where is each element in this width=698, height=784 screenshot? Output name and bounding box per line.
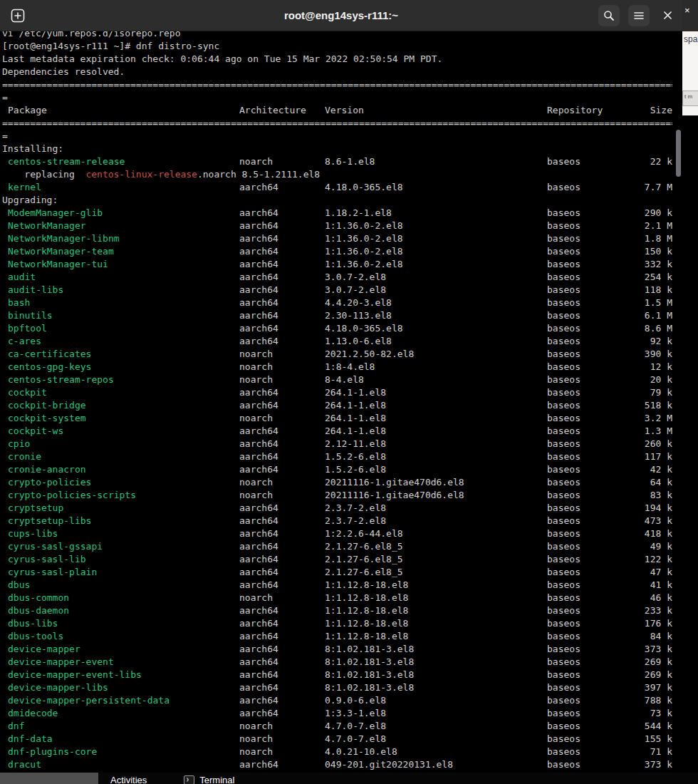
package-version: 2.1.27-6.el8_5 xyxy=(325,540,547,553)
package-name: crypto-policies xyxy=(2,476,239,489)
package-size: 122 k xyxy=(627,553,672,566)
package-name: crypto-policies-scripts xyxy=(2,489,239,502)
package-arch: aarch64 xyxy=(239,232,325,245)
package-row: dnf-plugins-corenoarch4.0.21-10.el8baseo… xyxy=(2,746,672,758)
package-arch: aarch64 xyxy=(239,681,325,694)
package-arch: aarch64 xyxy=(239,271,325,284)
package-name: cockpit-ws xyxy=(2,425,239,438)
package-version: 1:8-4.el8 xyxy=(325,361,547,373)
package-size: 155 k xyxy=(627,733,672,746)
terminal-line: Dependencies resolved. xyxy=(2,66,672,78)
package-arch: aarch64 xyxy=(239,656,325,669)
package-row: dracutaarch64049-201.git20220131.el8base… xyxy=(2,758,672,771)
package-name: device-mapper-event xyxy=(2,656,239,669)
terminal-line: PackageArchitectureVersionRepositorySize xyxy=(2,104,672,117)
package-name: ModemManager-glib xyxy=(2,207,239,220)
package-repository: baseos xyxy=(547,758,627,771)
window-list-item[interactable] xyxy=(0,773,98,784)
background-close-icon[interactable]: × xyxy=(684,5,690,16)
package-arch: noarch xyxy=(239,476,325,489)
package-name: bpftool xyxy=(2,322,239,335)
package-row: NetworkManageraarch641:1.36.0-2.el8baseo… xyxy=(2,220,672,232)
package-repository: baseos xyxy=(547,694,627,707)
new-tab-button[interactable] xyxy=(7,5,28,26)
package-row: cups-libsaarch641:2.2.6-44.el8baseos418 … xyxy=(2,527,672,540)
taskbar-terminal-button[interactable]: Terminal xyxy=(184,773,234,784)
package-version: 4.18.0-365.el8 xyxy=(325,181,547,194)
package-version: 2.1.27-6.el8_5 xyxy=(325,566,547,579)
col-header-version: Version xyxy=(325,104,547,117)
terminal-output[interactable]: vi /etc/yum.repos.d/isorepo.repo[root@en… xyxy=(0,31,682,773)
package-row: cyrus-sasl-plainaarch642.1.27-6.el8_5bas… xyxy=(2,566,672,579)
package-arch: aarch64 xyxy=(239,245,325,258)
scrollbar[interactable] xyxy=(676,130,681,177)
package-size: 176 k xyxy=(627,617,672,630)
package-repository: baseos xyxy=(547,566,627,579)
package-version: 2.3.7-2.el8 xyxy=(325,515,547,527)
package-name: cpio xyxy=(2,438,239,450)
package-repository: baseos xyxy=(547,335,627,348)
terminal-line: ========================================… xyxy=(2,117,672,130)
package-name: dnf-plugins-core xyxy=(2,746,239,758)
package-arch: aarch64 xyxy=(239,707,325,720)
package-arch: aarch64 xyxy=(239,322,325,335)
replacing-prefix: replacing xyxy=(2,169,85,180)
package-name: dmidecode xyxy=(2,707,239,720)
background-window-button[interactable]: t m xyxy=(682,91,698,106)
package-repository: baseos xyxy=(547,707,627,720)
package-row: c-aresaarch641.13.0-6.el8baseos92 k xyxy=(2,335,672,348)
package-arch: aarch64 xyxy=(239,181,325,194)
package-row: cyrus-sasl-libaarch642.1.27-6.el8_5baseo… xyxy=(2,553,672,566)
package-size: 544 k xyxy=(627,720,672,733)
package-arch: aarch64 xyxy=(239,335,325,348)
package-row: auditaarch643.0.7-2.el8baseos254 k xyxy=(2,271,672,284)
search-button[interactable] xyxy=(598,5,620,26)
close-button[interactable] xyxy=(658,5,677,26)
package-version: 1:1.12.8-18.el8 xyxy=(325,630,547,643)
package-arch: aarch64 xyxy=(239,438,325,450)
package-name: dbus-tools xyxy=(2,630,239,643)
package-name: cups-libs xyxy=(2,527,239,540)
package-arch: aarch64 xyxy=(239,540,325,553)
package-row: dnfnoarch4.7.0-7.el8baseos544 k xyxy=(2,720,672,733)
package-repository: baseos xyxy=(547,438,627,450)
package-size: 73 k xyxy=(627,707,672,720)
package-row: cryptsetupaarch642.3.7-2.el8baseos194 k xyxy=(2,502,672,515)
package-arch: aarch64 xyxy=(239,758,325,771)
package-version: 3.0.7-2.el8 xyxy=(325,271,547,284)
package-version: 1:1.12.8-18.el8 xyxy=(325,579,547,592)
terminal-line: Installing: xyxy=(2,143,672,155)
package-size: 6.1 M xyxy=(627,309,672,322)
package-repository: baseos xyxy=(547,348,627,361)
package-row: cockpit-systemnoarch264.1-1.el8baseos3.2… xyxy=(2,412,672,425)
package-version: 4.18.0-365.el8 xyxy=(325,322,547,335)
package-repository: baseos xyxy=(547,540,627,553)
package-size: 22 k xyxy=(627,155,672,168)
package-name: c-ares xyxy=(2,335,239,348)
package-name: NetworkManager-team xyxy=(2,245,239,258)
package-row: centos-stream-reposnoarch8-4.el8baseos20… xyxy=(2,373,672,386)
package-row: bpftoolaarch644.18.0-365.el8baseos8.6 M xyxy=(2,322,672,335)
package-row: ModemManager-glibaarch641.18.2-1.el8base… xyxy=(2,207,672,220)
package-version: 1:3.3-1.el8 xyxy=(325,707,547,720)
package-row: device-mapperaarch648:1.02.181-3.el8base… xyxy=(2,643,672,656)
menu-button[interactable] xyxy=(628,5,650,26)
package-row: crypto-policiesnoarch20211116-1.gitae470… xyxy=(2,476,672,489)
package-repository: baseos xyxy=(547,617,627,630)
package-size: 390 k xyxy=(627,348,672,361)
package-row: cryptsetup-libsaarch642.3.7-2.el8baseos4… xyxy=(2,515,672,527)
package-version: 264.1-1.el8 xyxy=(325,412,547,425)
package-row: dbus-libsaarch641:1.12.8-18.el8baseos176… xyxy=(2,617,672,630)
package-repository: baseos xyxy=(547,412,627,425)
package-arch: aarch64 xyxy=(239,258,325,271)
package-size: 397 k xyxy=(627,681,672,694)
headerbar-actions xyxy=(598,5,677,26)
package-row: NetworkManager-libnmaarch641:1.36.0-2.el… xyxy=(2,232,672,245)
package-name: centos-stream-release xyxy=(2,155,239,168)
activities-button[interactable]: Activities xyxy=(110,773,147,784)
new-tab-icon xyxy=(11,9,25,23)
package-row: dbus-commonnoarch1:1.12.8-18.el8baseos46… xyxy=(2,592,672,604)
package-version: 049-201.git20220131.el8 xyxy=(325,758,547,771)
package-name: cockpit-bridge xyxy=(2,399,239,412)
taskbar: Activities Terminal xyxy=(0,773,698,784)
